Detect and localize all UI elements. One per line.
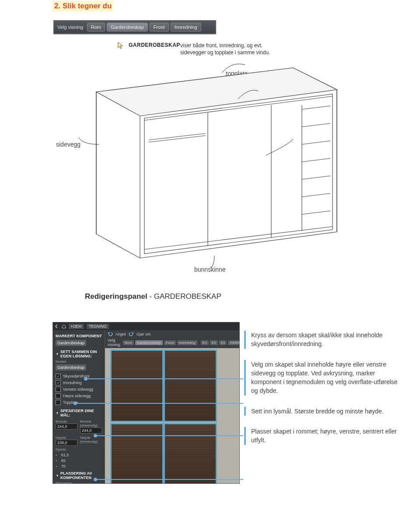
cv-btn-gard[interactable]: Garderobeskap xyxy=(135,340,163,345)
redo-icon[interactable] xyxy=(129,332,134,337)
undo-lbl: Angre xyxy=(116,332,126,336)
chip-markert[interactable]: Garderobeskap xyxy=(56,340,86,346)
dybde-lbl: Dybde: xyxy=(56,448,102,451)
garderobe-line2: sidevegger og topplate i samme vindu. xyxy=(180,49,270,56)
callout-3: Sett inn lysmål. Største bredde og minst… xyxy=(244,407,400,416)
callout-4: Plasser skapet i rommet; høyre, venstre,… xyxy=(244,427,400,445)
wardrobe-diagram xyxy=(57,57,350,271)
bredde-input[interactable]: 244,0 xyxy=(56,423,77,430)
tab-hjem[interactable]: HJEM xyxy=(69,324,84,329)
garderobe-desc: viser både front, innredning, og evt. si… xyxy=(180,42,270,56)
editor-topbar: HJEM TEGNING xyxy=(53,322,239,330)
connector-1 xyxy=(86,378,243,379)
section2-rest: - GARDEROBESKAP xyxy=(147,292,221,301)
dybde-opt-2[interactable]: 65 xyxy=(56,458,102,463)
view-btn-garderobeskap[interactable]: Garderobeskap xyxy=(107,23,148,31)
editor-canvas: Angre Gjør om Velg visning: Rom Garderob… xyxy=(105,330,240,483)
wood-panel-3[interactable] xyxy=(110,423,164,484)
bredde-innv-input[interactable]: 244,0 xyxy=(80,427,102,434)
undo-icon[interactable] xyxy=(108,332,113,337)
view-btn-innredning[interactable]: Innredning xyxy=(171,23,201,31)
connector-2 xyxy=(75,403,243,404)
head-markert: MARKERT KOMPONENT xyxy=(56,334,102,338)
section2-bold: Redigeringspanel xyxy=(85,292,147,301)
check-venstre[interactable]: Venstre sidevegg xyxy=(56,387,102,392)
bredde-lbl: Bredde: xyxy=(56,420,77,423)
bredde-innv-lbl: Bredde (innvendig): xyxy=(80,420,102,427)
head-spesifiser: ▼SPESIFISER DINE MÅL: xyxy=(56,409,102,417)
canvas-toolbar: Angre Gjør om Velg visning: Rom Garderob… xyxy=(105,330,240,348)
dybde-opt-1[interactable]: 61,5 xyxy=(56,453,102,457)
view-btn-rom[interactable]: Rom xyxy=(87,23,105,31)
plassering-lbl: Plassering: xyxy=(56,481,102,484)
cv-btn-front[interactable]: Front xyxy=(164,340,176,345)
dybde-opt-3[interactable]: 70 xyxy=(56,464,102,469)
room-e2[interactable]: E2 xyxy=(210,340,218,345)
cv-btn-innred[interactable]: Innredning xyxy=(177,340,197,345)
home-icon[interactable] xyxy=(62,324,66,329)
cv-innredn[interactable]: INNREDN xyxy=(228,340,240,345)
page-title: 2. Slik tegner du xyxy=(52,1,113,11)
hoyde-innv-input xyxy=(80,444,102,445)
wood-panel-2[interactable] xyxy=(164,350,217,422)
modell-label: Modell: xyxy=(56,360,102,364)
hoyde-innv-lbl: Høyde (innvendig): xyxy=(80,436,102,444)
cursor-icon xyxy=(117,42,125,49)
room-e3[interactable]: E3 xyxy=(219,340,227,345)
view-toolbar: Velg visning: Rom Garderobeskap Front In… xyxy=(53,20,216,34)
callout-2: Velg om skapet skal inneholde høyre elle… xyxy=(244,360,400,395)
redo-lbl: Gjør om xyxy=(136,332,151,336)
canvas-velg-lbl: Velg visning: xyxy=(108,338,122,347)
wood-panel-1[interactable] xyxy=(110,350,164,422)
hoyde-lbl: Høyde: xyxy=(56,436,77,440)
connector-4 xyxy=(95,479,243,480)
section2-title: Redigeringspanel - GARDEROBESKAP xyxy=(85,292,221,301)
editor-sidebar: MARKERT KOMPONENT Garderobeskap ▼SETT SA… xyxy=(53,330,105,483)
room-e1[interactable]: E1 xyxy=(201,340,209,345)
chip-modell[interactable]: Garderobeskap xyxy=(56,364,86,371)
callouts: Kryss av dersom skapet skal/ikke skal in… xyxy=(244,331,400,456)
check-innredning[interactable]: ✓Innredning xyxy=(56,380,102,385)
tab-tegning[interactable]: TEGNING xyxy=(87,324,109,329)
check-topplate[interactable]: Topplate xyxy=(56,400,102,405)
back-icon[interactable] xyxy=(55,324,59,329)
connector-3 xyxy=(95,435,243,436)
garderobe-label: GARDEROBESKAP xyxy=(129,42,180,48)
view-label: Velg visning: xyxy=(54,24,87,30)
garderobe-line1: viser både front, innredning, og evt. xyxy=(180,42,262,49)
head-sett: ▼SETT SAMMEN DIN EGEN LØSNING: xyxy=(56,350,102,358)
view-btn-front[interactable]: Front xyxy=(150,23,169,31)
hoyde-input[interactable]: 239,0 xyxy=(56,440,77,446)
check-hoyre[interactable]: Høyre sidevegg xyxy=(56,393,102,399)
wood-panel-4[interactable] xyxy=(164,423,217,484)
callout-1: Kryss av dersom skapet skal/ikke skal in… xyxy=(244,331,400,349)
cv-btn-rom[interactable]: Rom xyxy=(123,340,134,345)
